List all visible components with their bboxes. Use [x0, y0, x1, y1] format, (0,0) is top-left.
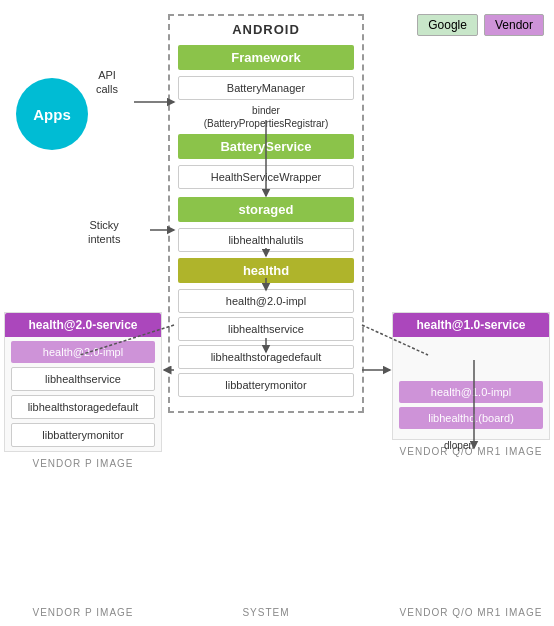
android-libhealthservice-box: libhealthservice — [178, 317, 354, 341]
sticky-intents-label: Stickyintents — [88, 218, 120, 247]
vendor-p-bottom-label: VENDOR P IMAGE — [4, 607, 162, 618]
vendor-p-impl: health@2.0-impl — [11, 341, 155, 363]
vendor-q-bottom-label: VENDOR Q/O MR1 IMAGE — [392, 607, 550, 618]
vendor-p-libbatterymonitor: libbatterymonitor — [11, 423, 155, 447]
vendor-p-inner: health@2.0-service health@2.0-impl libhe… — [4, 312, 162, 452]
android-libhealthstoragedefault-box: libhealthstoragedefault — [178, 345, 354, 369]
vendor-p-box: health@2.0-service health@2.0-impl libhe… — [4, 312, 162, 469]
vendor-label: Vendor — [484, 14, 544, 36]
google-label: Google — [417, 14, 478, 36]
vendor-q-inner: health@1.0-service health@1.0-impl libhe… — [392, 312, 550, 440]
dlopen-label: dlopen — [444, 440, 474, 451]
battery-service-header: BatteryService — [178, 134, 354, 159]
diagram: Google Vendor Apps APIcalls Stickyintent… — [0, 0, 554, 626]
vendor-q-impl: health@1.0-impl — [399, 381, 543, 403]
android-health20impl-box: health@2.0-impl — [178, 289, 354, 313]
vendor-p-header: health@2.0-service — [5, 313, 161, 337]
battery-manager-box: BatteryManager — [178, 76, 354, 100]
storaged-header: storaged — [178, 197, 354, 222]
vendor-p-label: VENDOR P IMAGE — [4, 458, 162, 469]
healthd-section: healthd health@2.0-impl libhealthservice… — [170, 258, 362, 397]
binder-label: binder(BatteryPropertiesRegistrar) — [178, 104, 354, 130]
vendor-q-libhealthd: libhealthd.(board) — [399, 407, 543, 429]
api-calls-label: APIcalls — [96, 68, 118, 97]
apps-label: Apps — [33, 106, 71, 123]
android-libbatterymonitor-box: libbatterymonitor — [178, 373, 354, 397]
vendor-q-header: health@1.0-service — [393, 313, 549, 337]
vendor-p-libhealthservice: libhealthservice — [11, 367, 155, 391]
android-box: ANDROID Framework BatteryManager binder(… — [168, 14, 364, 413]
health-service-wrapper-box: HealthServiceWrapper — [178, 165, 354, 189]
vendor-p-libhealthstoragedefault: libhealthstoragedefault — [11, 395, 155, 419]
vendor-q-box: health@1.0-service health@1.0-impl libhe… — [392, 312, 550, 457]
system-label: SYSTEM — [168, 607, 364, 618]
top-labels: Google Vendor — [417, 14, 544, 36]
apps-circle: Apps — [16, 78, 88, 150]
framework-header: Framework — [178, 45, 354, 70]
android-title: ANDROID — [170, 16, 362, 45]
healthd-header: healthd — [178, 258, 354, 283]
libhealthhalutils-box: libhealthhalutils — [178, 228, 354, 252]
